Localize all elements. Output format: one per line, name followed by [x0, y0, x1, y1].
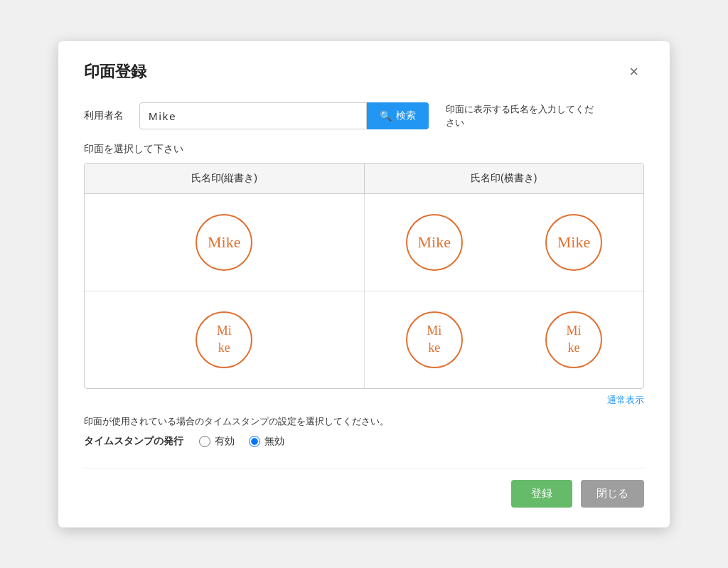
stamp-text-1-2: Mike: [418, 233, 451, 252]
dialog: 印面登録 × 利用者名 🔍 検索 印面に表示する氏名を入力してください 印面を選…: [58, 41, 670, 527]
stamp-circle-2-2[interactable]: Mike: [406, 311, 463, 368]
radio-enabled[interactable]: [199, 436, 210, 447]
timestamp-label: タイムスタンプの発行: [84, 435, 183, 448]
search-button-label: 検索: [396, 109, 416, 122]
radio-disabled-text: 無効: [264, 435, 284, 448]
stamp-text-2-3: Mike: [567, 323, 582, 356]
search-group: 🔍 検索: [139, 102, 429, 129]
form-hint: 印面に表示する氏名を入力してください: [446, 102, 594, 130]
radio-disabled-label[interactable]: 無効: [249, 435, 284, 448]
search-icon: 🔍: [380, 110, 392, 122]
close-button[interactable]: 閉じる: [581, 480, 644, 508]
stamp-cell-2-1[interactable]: Mike: [85, 291, 364, 388]
register-button[interactable]: 登録: [511, 480, 572, 508]
stamp-table-wrapper: 氏名印(縦書き) 氏名印(横書き) Mike Mike: [84, 163, 644, 389]
search-input[interactable]: [139, 102, 367, 129]
stamp-circle-1-1[interactable]: Mike: [196, 214, 252, 271]
stamp-row-2: Mike Mike Mike: [85, 291, 643, 388]
stamp-cell-1-3[interactable]: Mike: [504, 193, 643, 291]
username-row: 利用者名 🔍 検索 印面に表示する氏名を入力してください: [84, 102, 644, 130]
stamp-section-label: 印面を選択して下さい: [84, 143, 644, 156]
dialog-header: 印面登録 ×: [84, 61, 644, 82]
timestamp-info: 印面が使用されている場合のタイムスタンプの設定を選択してください。: [84, 415, 644, 428]
stamp-text-1-1: Mike: [208, 233, 240, 252]
dialog-title: 印面登録: [84, 61, 146, 82]
stamp-table: 氏名印(縦書き) 氏名印(横書き) Mike Mike: [85, 164, 643, 388]
dialog-footer: 登録 閉じる: [84, 468, 644, 508]
col1-header: 氏名印(縦書き): [85, 164, 364, 194]
radio-enabled-label[interactable]: 有効: [199, 435, 235, 448]
radio-enabled-text: 有効: [215, 435, 235, 448]
username-label: 利用者名: [84, 109, 129, 122]
stamp-cell-2-2[interactable]: Mike: [364, 291, 504, 388]
stamp-row-1: Mike Mike Mike: [85, 193, 643, 291]
stamp-circle-1-3[interactable]: Mike: [545, 214, 602, 271]
normal-display-link[interactable]: 通常表示: [607, 395, 644, 405]
stamp-text-2-1: Mike: [217, 323, 232, 356]
stamp-text-2-2: Mike: [427, 323, 441, 356]
stamp-circle-1-2[interactable]: Mike: [406, 214, 463, 271]
stamp-cell-1-1[interactable]: Mike: [85, 193, 364, 291]
stamp-cell-1-2[interactable]: Mike: [364, 193, 504, 291]
stamp-circle-2-3[interactable]: Mike: [545, 311, 602, 368]
radio-disabled[interactable]: [249, 436, 260, 447]
stamp-cell-2-3[interactable]: Mike: [504, 291, 643, 388]
stamp-circle-2-1[interactable]: Mike: [196, 311, 252, 368]
timestamp-row: タイムスタンプの発行 有効 無効: [84, 435, 644, 448]
normal-display-link-row: 通常表示: [84, 393, 644, 407]
timestamp-section: 印面が使用されている場合のタイムスタンプの設定を選択してください。 タイムスタン…: [84, 415, 644, 448]
search-button[interactable]: 🔍 検索: [367, 102, 429, 129]
radio-group: 有効 無効: [199, 435, 284, 448]
col2-header: 氏名印(横書き): [364, 164, 643, 194]
dialog-close-button[interactable]: ×: [623, 61, 644, 82]
stamp-text-1-3: Mike: [557, 233, 590, 252]
